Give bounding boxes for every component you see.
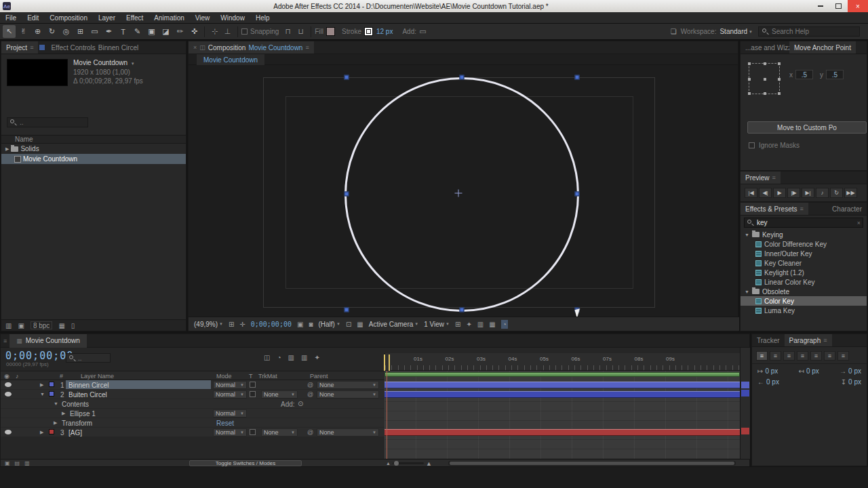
- layer-duration-bar[interactable]: [384, 429, 740, 436]
- selection-handle[interactable]: [460, 75, 465, 80]
- align-icon-2[interactable]: ⊥: [221, 25, 234, 38]
- layer-name[interactable]: Buiten Circel: [68, 391, 107, 399]
- pickwhip-icon[interactable]: @: [307, 391, 313, 398]
- mask-visibility-icon[interactable]: ✛: [239, 321, 245, 328]
- effect-item[interactable]: Color Key: [741, 296, 867, 306]
- pickwhip-icon[interactable]: @: [307, 382, 313, 388]
- tab-ease-and-wizz[interactable]: ...ase and Wizz: [741, 41, 789, 54]
- parent-select[interactable]: None▼: [317, 381, 379, 389]
- layer-duration-bar[interactable]: [384, 382, 740, 388]
- next-frame-button[interactable]: |▶: [787, 188, 800, 198]
- camera-select[interactable]: Active Camera▼: [369, 321, 419, 328]
- tab-character[interactable]: Character: [827, 203, 867, 215]
- shape-tool[interactable]: ▭: [88, 25, 101, 38]
- add-icon[interactable]: ⊙: [298, 400, 303, 407]
- previous-frame-button[interactable]: ◀|: [759, 188, 772, 198]
- selection-handle[interactable]: [460, 308, 465, 312]
- twirl-icon[interactable]: ▼: [40, 392, 45, 396]
- paragraph-field[interactable]: ←0 px: [757, 378, 779, 386]
- project-name-column-header[interactable]: Name: [1, 135, 186, 144]
- ram-preview-button[interactable]: ▶▶: [844, 188, 857, 198]
- effects-group[interactable]: ▼Obsolete: [741, 287, 867, 296]
- exposure-icon[interactable]: ◔: [501, 320, 508, 329]
- play-button[interactable]: ▶: [773, 188, 786, 198]
- resolution-select[interactable]: (Half)▼: [318, 321, 340, 328]
- column-mode[interactable]: Mode: [216, 373, 232, 380]
- frame-blend-icon[interactable]: ▥: [301, 354, 307, 361]
- ignore-masks-checkbox[interactable]: [749, 142, 755, 148]
- snap-option-icon-1[interactable]: ⊓: [281, 25, 294, 38]
- project-comp-name[interactable]: Movie Countdown: [73, 59, 127, 66]
- stroke-swatch[interactable]: [364, 27, 373, 36]
- pickwhip-icon[interactable]: @: [307, 429, 313, 436]
- twirl-open-icon[interactable]: ▼: [745, 289, 749, 294]
- panel-menu-icon[interactable]: ≡: [305, 44, 309, 51]
- comp-current-time[interactable]: 0;00;00;00: [251, 321, 292, 328]
- tab-effect-controls[interactable]: Effect Controls Binnen Circel: [46, 41, 143, 54]
- parent-select[interactable]: None▼: [317, 428, 379, 436]
- pan-behind-tool[interactable]: ⊞: [74, 25, 87, 38]
- tab-move-anchor-point[interactable]: Move Anchor Point: [789, 41, 856, 54]
- roto-brush-tool[interactable]: ✏: [174, 25, 186, 38]
- trkmat-select[interactable]: None▼: [261, 428, 298, 436]
- tab-effects-presets[interactable]: Effects & Presets ≡: [741, 203, 808, 215]
- layer-color-swatch[interactable]: [49, 391, 54, 396]
- menu-layer[interactable]: Layer: [93, 14, 121, 22]
- selection-handle[interactable]: [575, 192, 580, 197]
- panel-menu-icon[interactable]: ≡: [772, 174, 776, 181]
- preserve-transparency-checkbox[interactable]: [250, 391, 256, 397]
- selection-tool[interactable]: ↖: [3, 25, 16, 38]
- x-offset-field[interactable]: .5: [795, 70, 813, 79]
- selection-handle[interactable]: [344, 75, 349, 80]
- timeline-search-box[interactable]: ..: [66, 353, 111, 363]
- menu-window[interactable]: Window: [215, 14, 250, 22]
- fill-label[interactable]: Fill: [315, 28, 323, 35]
- project-item[interactable]: Movie Countdown: [1, 154, 186, 164]
- help-search-box[interactable]: Search Help: [758, 26, 860, 37]
- tab-tracker[interactable]: Tracker: [752, 334, 785, 346]
- property-group-name[interactable]: Transform: [62, 420, 92, 427]
- menu-edit[interactable]: Edit: [22, 14, 44, 22]
- eye-icon[interactable]: [5, 392, 12, 396]
- effects-group[interactable]: ▼Keying: [741, 230, 867, 239]
- effect-item[interactable]: Luma Key: [741, 306, 867, 315]
- align-left-button[interactable]: ≡: [756, 351, 768, 361]
- fill-swatch[interactable]: [326, 27, 335, 36]
- column-t[interactable]: T: [249, 373, 253, 380]
- anchor-grid-widget[interactable]: [749, 63, 780, 94]
- project-item[interactable]: ▶Solids: [1, 144, 186, 154]
- comp-tab-name[interactable]: Movie Countdown: [248, 44, 302, 52]
- interpret-footage-icon[interactable]: ▥: [5, 322, 12, 329]
- menu-animation[interactable]: Animation: [149, 14, 189, 22]
- reset-link[interactable]: Reset: [216, 420, 234, 427]
- menu-file[interactable]: File: [0, 14, 22, 22]
- y-offset-field[interactable]: .5: [826, 70, 844, 79]
- panel-lock-icon[interactable]: [39, 45, 45, 50]
- roi-icon[interactable]: ⊡: [346, 321, 351, 328]
- flowchart-icon[interactable]: ▦: [489, 321, 495, 328]
- grid-guides-icon[interactable]: ⊞: [229, 321, 234, 328]
- close-icon[interactable]: ×: [193, 44, 197, 51]
- time-ruler[interactable]: 01s02s03s04s05s06s07s08s09s: [384, 353, 740, 371]
- justify-last-center-button[interactable]: ≡: [810, 351, 822, 361]
- timeline-row[interactable]: ▼ContentsAdd:⊙: [1, 399, 384, 409]
- hand-tool[interactable]: ✌: [17, 25, 30, 38]
- expand-pane-icon-3[interactable]: ▥: [24, 460, 30, 466]
- timeline-horizontal-scrollbar[interactable]: [448, 461, 736, 466]
- move-to-custom-point-button[interactable]: Move to Custom Po: [747, 121, 867, 134]
- menu-help[interactable]: Help: [250, 14, 275, 22]
- eraser-tool[interactable]: ◪: [159, 25, 172, 38]
- clear-search-icon[interactable]: ×: [857, 220, 861, 226]
- twirl-icon[interactable]: ▶: [40, 430, 43, 435]
- parent-select[interactable]: None▼: [317, 390, 379, 399]
- expand-pane-icon-1[interactable]: ▣: [5, 460, 10, 466]
- menu-view[interactable]: View: [190, 14, 216, 22]
- timeline-row[interactable]: ▶3[AG]Normal▼None▼@None▼: [1, 428, 384, 437]
- hide-shy-icon[interactable]: ▥: [288, 354, 294, 361]
- maximize-button[interactable]: [829, 0, 848, 12]
- twirl-icon[interactable]: ▶: [62, 411, 65, 416]
- first-frame-button[interactable]: |◀: [745, 188, 757, 198]
- tab-project[interactable]: Project ≡: [1, 41, 38, 54]
- menu-composition[interactable]: Composition: [44, 14, 93, 22]
- blend-mode-select[interactable]: Normal▼: [213, 428, 247, 436]
